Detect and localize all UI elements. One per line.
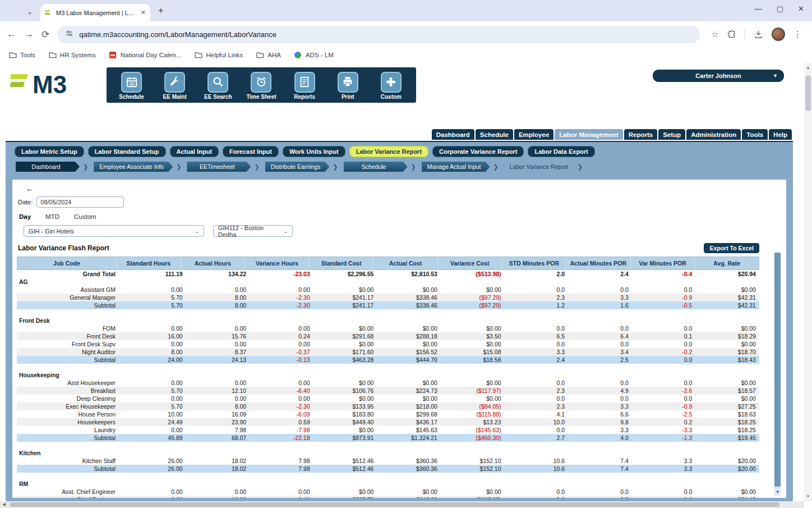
subnav-work-units-input[interactable]: Work Units Input [283, 146, 345, 157]
subnav-labor-data-export[interactable]: Labor Data Export [528, 146, 594, 157]
extensions-icon[interactable] [727, 30, 736, 39]
toolbar-ee-search[interactable]: EE Search [199, 72, 238, 100]
breadcrumb-item[interactable]: Manage Actual Input [422, 162, 490, 172]
tab-labor-management[interactable]: Labor Management [555, 129, 622, 140]
bookmark-item[interactable]: ADS - LM [294, 52, 334, 58]
breadcrumb-item[interactable]: Labor Variance Report [504, 163, 574, 170]
breadcrumb-item[interactable]: EETimesheet [187, 162, 251, 172]
tab-schedule[interactable]: Schedule [476, 129, 513, 140]
scroll-up-icon[interactable]: ▲ [804, 65, 812, 70]
tab-administration[interactable]: Administration [686, 129, 741, 140]
tab-reports[interactable]: Reports [624, 129, 657, 140]
forward-button[interactable]: → [24, 29, 34, 40]
breadcrumb-item[interactable]: Schedule [344, 162, 408, 172]
scroll-down-icon[interactable]: ▼ [774, 489, 781, 495]
tab-dashboard[interactable]: Dashboard [432, 129, 474, 140]
table-cell: 134.22 [186, 271, 250, 277]
back-arrow-icon[interactable]: ← [26, 184, 34, 193]
table-cell: $18.25 [695, 419, 759, 425]
toolbar-reports[interactable]: Reports [285, 72, 324, 100]
bookmark-star-icon[interactable]: ☆ [711, 29, 718, 39]
bookmark-label: National Day Calen... [121, 52, 182, 58]
table-cell: $152.10 [441, 465, 505, 472]
table-cell: Laundry [17, 427, 122, 433]
org-select[interactable]: GIH - Giri Hotels ⌄ [24, 225, 204, 237]
new-tab-button[interactable]: + [158, 6, 163, 16]
table-row: Front Desk Supv0.000.000.00$0.00$0.00$0.… [17, 340, 759, 348]
profile-avatar[interactable] [772, 28, 785, 41]
table-cell: FOM [17, 325, 122, 332]
breadcrumb-item[interactable]: Employee Associate Info [94, 162, 173, 172]
range-option-custom[interactable]: Custom [74, 213, 96, 220]
subnav-row: Labor Metric SetupLabor Standard SetupAc… [6, 142, 793, 160]
scrollbar-thumb[interactable] [805, 75, 811, 111]
reload-button[interactable]: ⟳ [41, 29, 49, 40]
table-cell: ($97.29) [441, 302, 505, 309]
table-cell: 7.4 [568, 457, 632, 464]
toolbar-schedule[interactable]: Schedule [112, 72, 151, 100]
subnav-labor-variance-report[interactable]: Labor Variance Report [349, 146, 428, 157]
browser-vertical-scrollbar[interactable]: ▲ ▼ [804, 63, 812, 501]
table-cell: $171.60 [313, 349, 377, 355]
scrollbar-thumb[interactable] [774, 253, 781, 487]
table-cell: $0.00 [695, 379, 759, 386]
subnav-actual-input[interactable]: Actual Input [170, 146, 219, 157]
range-option-day[interactable]: Day [19, 213, 31, 220]
tab-setup[interactable]: Setup [658, 129, 685, 140]
table-cell: ($84.05) [441, 403, 505, 410]
toolbar-custom[interactable]: Custom [371, 72, 410, 100]
range-option-mtd[interactable]: MTD [45, 213, 59, 220]
toolbar-time-sheet[interactable]: Time Sheet [242, 72, 281, 100]
table-cell: 2.4 [505, 356, 569, 363]
scroll-down-icon[interactable]: ▼ [804, 494, 812, 499]
scroll-left-icon[interactable]: ◀ [2, 502, 6, 507]
minimize-button[interactable]: — [755, 4, 762, 13]
bookmark-item[interactable]: AHA [256, 52, 281, 58]
table-cell: 0.0 [632, 356, 696, 363]
table-cell: $0.00 [441, 286, 505, 293]
table-cell: $360.36 [377, 465, 441, 472]
property-select[interactable]: GIH112 - Boston Dedha ⌄ [213, 225, 293, 237]
bookmark-label: HR Systems [60, 52, 96, 58]
table-cell: $0.00 [441, 395, 505, 402]
toolbar-ee-maint[interactable]: EE Maint [155, 72, 195, 100]
breadcrumb-item[interactable]: Dashboard [16, 162, 80, 172]
table-cell: 5.70 [122, 294, 186, 301]
bookmark-item[interactable]: HR Systems [49, 52, 96, 58]
table-cell: 9.60 [122, 496, 186, 498]
close-button[interactable]: ✕ [798, 4, 804, 13]
site-settings-icon[interactable] [65, 29, 73, 40]
subnav-corporate-variance-report[interactable]: Corporate Variance Report [432, 146, 524, 157]
maximize-button[interactable]: ▢ [777, 4, 783, 13]
date-input[interactable] [36, 196, 124, 208]
table-vertical-scrollbar[interactable]: ▼ [774, 253, 781, 496]
menu-kebab-icon[interactable]: ⋮ [793, 29, 802, 39]
tab-help[interactable]: Help [769, 129, 792, 140]
toolbar-print[interactable]: Print [328, 72, 367, 100]
browser-horizontal-scrollbar[interactable]: ◀ [0, 501, 804, 508]
chevron-down-icon: ⌄ [195, 228, 199, 234]
url-bar[interactable]: qatime.m3accounting.com/LaborManagement/… [57, 26, 700, 43]
subnav-labor-metric-setup[interactable]: Labor Metric Setup [15, 146, 84, 157]
chevron-right-icon: ❯ [411, 163, 416, 171]
user-menu[interactable]: Carter Johnson ▼ [653, 70, 784, 82]
back-button[interactable]: ← [7, 29, 16, 40]
download-icon[interactable] [754, 30, 763, 39]
scrollbar-thumb[interactable] [10, 502, 779, 507]
breadcrumb-item[interactable]: Distribute Earnings [265, 162, 330, 172]
tab-search-icon[interactable]: ⌄ [24, 6, 36, 18]
table-cell: 18.02 [186, 465, 250, 472]
table-cell: Kitchen [17, 450, 124, 456]
browser-tab[interactable]: M3 Labor Management | Labor ✕ [40, 4, 150, 21]
bookmark-item[interactable]: Helpful Links [195, 52, 243, 58]
tab-employee[interactable]: Employee [514, 129, 553, 140]
bookmark-item[interactable]: Tools [9, 52, 35, 58]
subnav-labor-standard-setup[interactable]: Labor Standard Setup [88, 146, 166, 157]
table-cell: $218.00 [377, 403, 441, 410]
table-cell: 2.3 [505, 294, 569, 301]
tab-close-icon[interactable]: ✕ [141, 9, 146, 16]
export-to-excel-button[interactable]: Export To Excel [704, 243, 759, 253]
subnav-forecast-input[interactable]: Forecast Input [223, 146, 279, 157]
tab-tools[interactable]: Tools [742, 129, 768, 140]
bookmark-item[interactable]: National Day Calen... [109, 52, 182, 58]
